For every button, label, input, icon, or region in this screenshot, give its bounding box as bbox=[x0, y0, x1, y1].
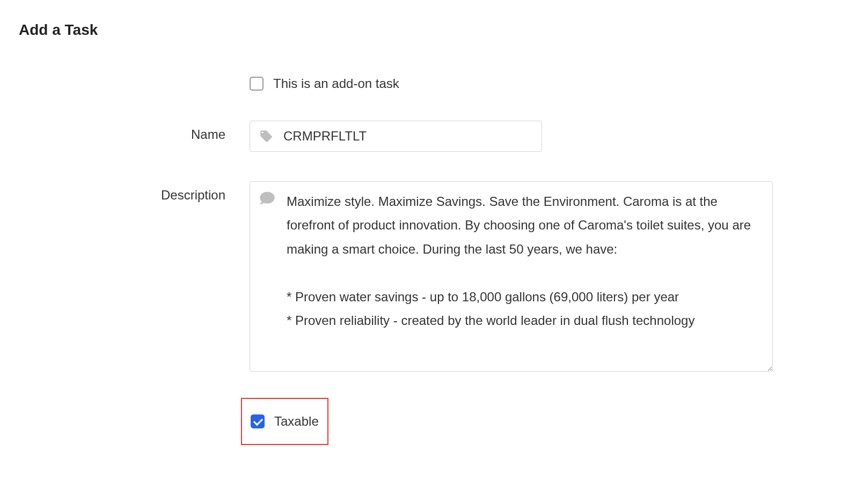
add-task-form: This is an add-on task Name Description bbox=[19, 76, 844, 445]
taxable-label: Taxable bbox=[274, 414, 319, 429]
taxable-highlight-box: Taxable bbox=[241, 398, 328, 445]
comment-icon bbox=[259, 191, 275, 205]
taxable-checkbox[interactable] bbox=[251, 414, 265, 428]
name-label: Name bbox=[19, 121, 250, 142]
addon-row: This is an add-on task bbox=[19, 76, 844, 91]
addon-label-spacer bbox=[19, 76, 250, 83]
name-row: Name bbox=[19, 121, 844, 152]
tag-icon bbox=[259, 129, 273, 143]
description-row: Description bbox=[19, 181, 844, 374]
taxable-row: Taxable bbox=[241, 398, 844, 445]
description-textarea[interactable] bbox=[250, 181, 773, 372]
name-input-wrapper bbox=[250, 121, 542, 152]
name-input[interactable] bbox=[250, 121, 542, 152]
addon-checkbox[interactable] bbox=[250, 77, 264, 91]
taxable-checkbox-wrapper: Taxable bbox=[251, 414, 319, 429]
description-label: Description bbox=[19, 181, 250, 203]
description-textarea-wrapper bbox=[250, 181, 773, 374]
page-title: Add a Task bbox=[19, 21, 844, 39]
addon-label: This is an add-on task bbox=[273, 76, 399, 91]
addon-checkbox-wrapper: This is an add-on task bbox=[250, 76, 844, 91]
